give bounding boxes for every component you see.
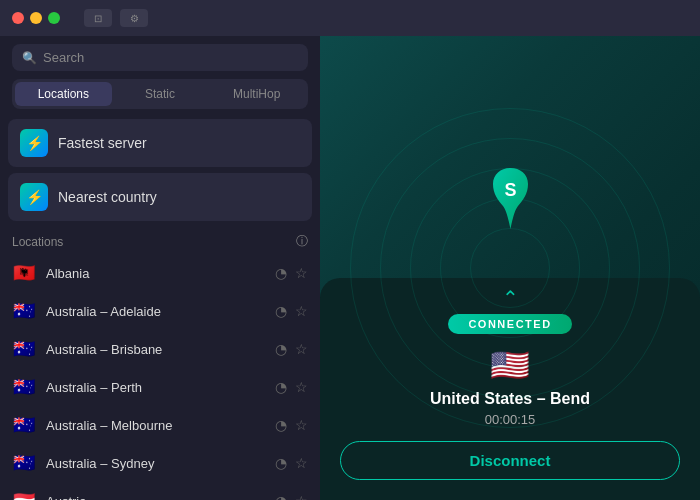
- locations-section-label: Locations: [12, 235, 63, 249]
- au-perth-name: Australia – Perth: [46, 380, 265, 395]
- search-icon: 🔍: [22, 51, 37, 65]
- list-item[interactable]: 🇦🇺 Australia – Melbourne ◔ ☆: [0, 406, 320, 444]
- signal-icon: ◔: [275, 379, 287, 395]
- au-perth-flag: 🇦🇺: [12, 376, 36, 398]
- vpn-logo: S: [480, 163, 540, 233]
- star-icon[interactable]: ☆: [295, 265, 308, 281]
- svg-text:S: S: [504, 180, 516, 200]
- signal-icon: ◔: [275, 265, 287, 281]
- nearest-country-button[interactable]: ⚡ Nearest country: [8, 173, 312, 221]
- close-button[interactable]: [12, 12, 24, 24]
- window-icon[interactable]: ⊡: [84, 9, 112, 27]
- nearest-country-label: Nearest country: [58, 189, 157, 205]
- fastest-server-icon: ⚡: [20, 129, 48, 157]
- au-melbourne-actions: ◔ ☆: [275, 417, 308, 433]
- minimize-button[interactable]: [30, 12, 42, 24]
- au-sydney-name: Australia – Sydney: [46, 456, 265, 471]
- tabs: Locations Static MultiHop: [12, 79, 308, 109]
- austria-flag: 🇦🇹: [12, 490, 36, 500]
- star-icon[interactable]: ☆: [295, 303, 308, 319]
- list-item[interactable]: 🇦🇺 Australia – Sydney ◔ ☆: [0, 444, 320, 482]
- au-adelaide-actions: ◔ ☆: [275, 303, 308, 319]
- right-panel: S ⌃ CONNECTED 🇺🇸 United States – Bend 00…: [320, 36, 700, 500]
- signal-icon: ◔: [275, 303, 287, 319]
- list-item[interactable]: 🇦🇺 Australia – Brisbane ◔ ☆: [0, 330, 320, 368]
- tab-locations[interactable]: Locations: [15, 82, 112, 106]
- search-input[interactable]: [43, 50, 298, 65]
- au-perth-actions: ◔ ☆: [275, 379, 308, 395]
- star-icon[interactable]: ☆: [295, 341, 308, 357]
- austria-actions: ◔ ☆: [275, 493, 308, 500]
- titlebar: ⊡ ⚙: [0, 0, 700, 36]
- list-item[interactable]: 🇦🇱 Albania ◔ ☆: [0, 254, 320, 292]
- list-item[interactable]: 🇦🇺 Australia – Perth ◔ ☆: [0, 368, 320, 406]
- maximize-button[interactable]: [48, 12, 60, 24]
- surfshark-logo-svg: S: [483, 166, 538, 231]
- au-sydney-actions: ◔ ☆: [275, 455, 308, 471]
- lightning-icon: ⚡: [26, 135, 43, 151]
- disconnect-button[interactable]: Disconnect: [340, 441, 680, 480]
- au-melbourne-name: Australia – Melbourne: [46, 418, 265, 433]
- locations-header: Locations ⓘ: [0, 225, 320, 254]
- albania-name: Albania: [46, 266, 265, 281]
- au-adelaide-name: Australia – Adelaide: [46, 304, 265, 319]
- settings-icon[interactable]: ⚙: [120, 9, 148, 27]
- au-brisbane-actions: ◔ ☆: [275, 341, 308, 357]
- tab-multihop[interactable]: MultiHop: [208, 82, 305, 106]
- austria-name: Austria: [46, 494, 265, 501]
- titlebar-icons: ⊡ ⚙: [84, 9, 148, 27]
- star-icon[interactable]: ☆: [295, 493, 308, 500]
- fastest-server-button[interactable]: ⚡ Fastest server: [8, 119, 312, 167]
- main-layout: 🔍 Locations Static MultiHop ⚡ Fastest se…: [0, 36, 700, 500]
- signal-icon: ◔: [275, 341, 287, 357]
- location-list: 🇦🇱 Albania ◔ ☆ 🇦🇺 Australia – Adelaide ◔…: [0, 254, 320, 500]
- info-icon[interactable]: ⓘ: [296, 233, 308, 250]
- sidebar: 🔍 Locations Static MultiHop ⚡ Fastest se…: [0, 36, 320, 500]
- list-item[interactable]: 🇦🇺 Australia – Adelaide ◔ ☆: [0, 292, 320, 330]
- au-brisbane-name: Australia – Brisbane: [46, 342, 265, 357]
- fastest-server-label: Fastest server: [58, 135, 147, 151]
- signal-icon: ◔: [275, 417, 287, 433]
- au-melbourne-flag: 🇦🇺: [12, 414, 36, 436]
- signal-icon: ◔: [275, 455, 287, 471]
- signal-icon: ◔: [275, 493, 287, 500]
- star-icon[interactable]: ☆: [295, 455, 308, 471]
- tab-static[interactable]: Static: [112, 82, 209, 106]
- star-icon[interactable]: ☆: [295, 417, 308, 433]
- au-adelaide-flag: 🇦🇺: [12, 300, 36, 322]
- list-item[interactable]: 🇦🇹 Austria ◔ ☆: [0, 482, 320, 500]
- au-sydney-flag: 🇦🇺: [12, 452, 36, 474]
- traffic-lights: [12, 12, 60, 24]
- au-brisbane-flag: 🇦🇺: [12, 338, 36, 360]
- search-bar: 🔍: [0, 36, 320, 79]
- search-input-wrap: 🔍: [12, 44, 308, 71]
- star-icon[interactable]: ☆: [295, 379, 308, 395]
- albania-flag: 🇦🇱: [12, 262, 36, 284]
- nearest-country-icon: ⚡: [20, 183, 48, 211]
- albania-actions: ◔ ☆: [275, 265, 308, 281]
- lightning-icon-2: ⚡: [26, 189, 43, 205]
